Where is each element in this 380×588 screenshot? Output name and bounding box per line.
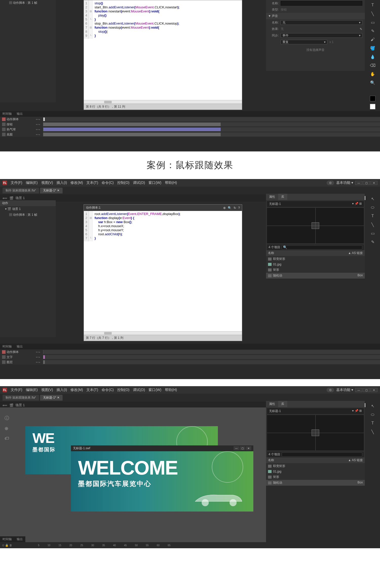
layer-row[interactable]: 按钮 • • ▪	[0, 122, 380, 127]
code-scrollbar[interactable]	[84, 331, 242, 335]
menu-edit[interactable]: 编辑(E)	[26, 388, 38, 392]
minimize-icon[interactable]: —	[355, 388, 362, 392]
lib-doc-select[interactable]: 无标题-1▾ 📌 ⊞	[267, 201, 364, 207]
pencil-tool-icon[interactable]: ✎	[370, 28, 376, 34]
lib-doc-select[interactable]: 无标题-1▾ 📌 ⊞	[267, 408, 364, 414]
brush-tool-icon[interactable]: 🖌	[370, 36, 376, 43]
rect-tool-icon[interactable]: ▭	[370, 19, 376, 25]
menu-debug[interactable]: 调试(D)	[133, 388, 145, 392]
menu-window[interactable]: 窗口(W)	[148, 181, 161, 185]
menu-control[interactable]: 控制(O)	[117, 181, 129, 185]
menu-debug[interactable]: 调试(D)	[133, 181, 145, 185]
menu-commands[interactable]: 命令(C)	[102, 181, 113, 185]
close-icon[interactable]: ✕	[370, 181, 377, 185]
zoom-tool-icon[interactable]: 🔍	[370, 80, 376, 86]
lib-item[interactable]: 01.jpg	[266, 469, 365, 474]
player-maximize-icon[interactable]: ▢	[240, 446, 245, 450]
timeline-tab[interactable]: 时间轴	[0, 344, 14, 349]
menu-view[interactable]: 视图(V)	[41, 388, 53, 392]
lib-item[interactable]: 矩形	[266, 267, 365, 273]
rect-tool-icon[interactable]: ▭	[370, 230, 376, 236]
pencil-tool-icon[interactable]: ✎	[370, 239, 376, 245]
menu-text[interactable]: 文本(T)	[86, 181, 98, 185]
menu-insert[interactable]: 插入(I)	[56, 181, 67, 185]
line-tool-icon[interactable]: ╲	[370, 11, 376, 17]
bucket-tool-icon[interactable]: 🪣	[370, 45, 376, 51]
help-icon[interactable]: ?	[238, 206, 240, 210]
target-icon[interactable]: ⊕	[5, 426, 9, 431]
info-icon[interactable]: ⓘ	[5, 415, 9, 421]
layer-row[interactable]: 热气球 • • ▪	[0, 127, 380, 132]
menu-modify[interactable]: 修改(M)	[70, 388, 83, 392]
lib-item[interactable]: 联觉矩形	[266, 463, 365, 469]
frame-ruler[interactable]: ⊙ 🔒 🗑 51015 202530 354045 505560 65	[0, 542, 380, 548]
code-scrollbar[interactable]	[84, 100, 242, 104]
menu-window[interactable]: 窗口(W)	[148, 388, 161, 392]
find-icon[interactable]: 🔍	[228, 206, 232, 210]
eyedropper-tool-icon[interactable]: 💧	[370, 54, 376, 60]
search-pill[interactable]: ⊙	[327, 388, 334, 392]
menu-insert[interactable]: 插入(I)	[56, 388, 67, 392]
lib-item[interactable]: 01.jpg	[266, 262, 365, 267]
search-pill[interactable]: ⊙	[327, 181, 334, 185]
pin-icon[interactable]: ⊕	[223, 206, 226, 210]
ruler-controls[interactable]: ⊙ 🔒 🗑	[0, 542, 35, 548]
line-tool-icon[interactable]: ╲	[370, 429, 376, 435]
player-titlebar[interactable]: 无标题-1.swf — ▢ ✕	[71, 445, 253, 451]
hand-tool-icon[interactable]: ✋	[370, 71, 376, 77]
tree-item-frame[interactable]: ▤ 动作脚本 : 第 1 帧	[0, 212, 56, 218]
layer-row[interactable]: 图层 • • ▪	[0, 360, 380, 365]
lasso-tool-icon[interactable]: ⬭	[370, 411, 376, 418]
doc-tab-active[interactable]: 无标题-1* ✕	[40, 395, 63, 401]
scene-name[interactable]: 场景 1	[15, 196, 25, 200]
sync2-select[interactable]: 重复▾	[281, 40, 327, 44]
arrow-tool-icon[interactable]: ↖	[370, 403, 376, 409]
menu-commands[interactable]: 命令(C)	[102, 388, 113, 392]
doc-tab[interactable]: 制作 鼠标跟随效果.fla*	[3, 188, 39, 193]
lib-tab-props[interactable]: 属性	[266, 194, 278, 200]
arrow-tool-icon[interactable]: ↖	[370, 196, 376, 202]
menu-help[interactable]: 帮助(H)	[165, 181, 177, 185]
menu-text[interactable]: 文本(T)	[86, 388, 98, 392]
maximize-icon[interactable]: ▢	[363, 388, 370, 392]
lib-item-selected[interactable]: 随机动Box	[266, 273, 365, 279]
text-tool-icon[interactable]: T	[370, 420, 376, 426]
sound-section-header[interactable]: ▼ 声音	[266, 13, 365, 19]
fill-color-white[interactable]	[370, 104, 375, 109]
tree-scene[interactable]: ▾ 🎬 场景 1	[0, 206, 56, 212]
menu-edit[interactable]: 编辑(E)	[26, 181, 38, 185]
lasso-tool-icon[interactable]: ⬭	[370, 204, 376, 210]
text-tool-icon[interactable]: T	[370, 2, 376, 8]
lib-tab-props[interactable]: 属性	[266, 401, 278, 407]
code-body[interactable]: 1234567 ⊟└ root.addEventListener(Event.E…	[84, 211, 242, 241]
maximize-icon[interactable]: ▢	[363, 181, 370, 185]
timeline-tab[interactable]: 时间轴	[0, 536, 14, 542]
doc-tab[interactable]: 制作 鼠标跟随效果.fla*	[3, 395, 39, 401]
menu-view[interactable]: 视图(V)	[41, 181, 53, 185]
player-minimize-icon[interactable]: —	[234, 446, 239, 450]
text-tool-icon[interactable]: T	[370, 213, 376, 219]
prop-name-input[interactable]	[281, 1, 362, 6]
code-lines[interactable]: stop() start_Btn.addEventListener(MouseE…	[92, 0, 182, 39]
tag-icon[interactable]: 🏷	[5, 436, 9, 441]
line-tool-icon[interactable]: ╲	[370, 222, 376, 228]
output-tab[interactable]: 输出	[14, 344, 25, 349]
sound-name-select[interactable]: 无▾	[281, 20, 362, 25]
output-tab[interactable]: 输出	[14, 111, 25, 117]
back-icon[interactable]: ⟸	[3, 196, 7, 200]
timeline-tab[interactable]: 时间轴	[0, 111, 14, 117]
output-tab[interactable]: 输出	[14, 536, 25, 542]
lib-list-header[interactable]: 名称▲ AS 链接	[266, 250, 365, 256]
swf-player-window[interactable]: 无标题-1.swf — ▢ ✕ WELCOME 墨都国际汽车展览中心	[71, 445, 253, 511]
lib-tab-library[interactable]: 库	[278, 194, 287, 200]
code-lines[interactable]: root.addEventListener(Event.ENTER_FRAME,…	[92, 211, 183, 241]
menu-help[interactable]: 帮助(H)	[165, 388, 177, 392]
tree-item-frame[interactable]: ▤ 动作脚本 : 第 1 帧	[0, 0, 56, 6]
lib-item-selected[interactable]: 随机动Box	[266, 480, 365, 486]
layer-row[interactable]: 文字 • • ▪	[0, 355, 380, 360]
back-icon[interactable]: ⟸	[3, 403, 7, 407]
close-icon[interactable]: ✕	[370, 388, 377, 392]
lib-list-header[interactable]: 名称▲ AS 链接	[266, 457, 365, 463]
eraser-tool-icon[interactable]: ⌫	[370, 62, 376, 68]
stroke-color[interactable]	[370, 96, 375, 101]
